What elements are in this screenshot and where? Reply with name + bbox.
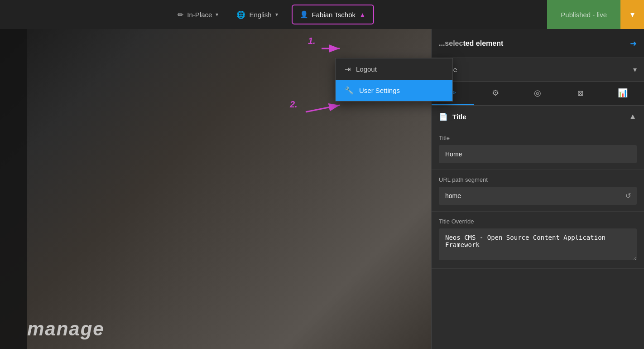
right-panel-title: ...selected element bbox=[439, 39, 503, 48]
publish-dropdown-button[interactable]: ▾ bbox=[620, 0, 644, 29]
crop-tab-icon: ⊠ bbox=[577, 89, 583, 97]
panel-title-prefix: ...selec bbox=[439, 39, 463, 47]
title-field-label: Title bbox=[439, 135, 637, 141]
title-field-group: Title bbox=[432, 128, 644, 170]
step-1-annotation: 1. bbox=[308, 36, 316, 46]
settings-tab-icon: ⚙ bbox=[492, 88, 499, 98]
user-name-label: Fabian Tschök bbox=[312, 11, 356, 19]
logout-menu-item[interactable]: ⇥ Logout bbox=[336, 58, 452, 80]
language-icon: 🌐 bbox=[236, 10, 245, 19]
user-settings-menu-item[interactable]: 🔧 User Settings bbox=[336, 80, 452, 101]
user-menu-button[interactable]: 👤 Fabian Tschök ▲ bbox=[292, 5, 374, 24]
content-area: manage 1. 2. ⇥ Logout bbox=[0, 29, 644, 349]
url-path-input[interactable] bbox=[439, 187, 637, 205]
refresh-icon[interactable]: ↺ bbox=[625, 192, 631, 200]
top-bar: ✏ In-Place ▾ 🌐 English ▾ 👤 Fabian Tschök… bbox=[0, 0, 644, 29]
language-label: English bbox=[249, 11, 271, 19]
user-dropdown-menu: ⇥ Logout 🔧 User Settings bbox=[335, 58, 453, 102]
title-override-field-group: Title Override Neos CMS - Open Source Co… bbox=[432, 212, 644, 269]
tab-target[interactable]: ◎ bbox=[517, 82, 559, 105]
language-selector-button[interactable]: 🌐 English ▾ bbox=[227, 0, 287, 29]
property-tabs: ✏ ⚙ ◎ ⊠ 📊 bbox=[432, 82, 644, 106]
section-header-left: 📄 Title bbox=[439, 112, 466, 121]
url-path-input-wrapper: ↺ bbox=[439, 187, 637, 205]
tab-crop[interactable]: ⊠ bbox=[559, 82, 601, 105]
url-path-field-group: URL path segment ↺ bbox=[432, 170, 644, 212]
user-settings-label: User Settings bbox=[359, 87, 400, 94]
step-2-annotation: 2. bbox=[290, 99, 298, 110]
title-override-input[interactable]: Neos CMS - Open Source Content Applicati… bbox=[439, 228, 637, 260]
page-selector-chevron-icon[interactable]: ▾ bbox=[633, 65, 637, 74]
logout-label: Logout bbox=[356, 65, 377, 73]
tab-chart[interactable]: 📊 bbox=[601, 82, 644, 105]
logo-text: manage bbox=[27, 318, 105, 340]
page-selector-row: Home ▾ bbox=[432, 58, 644, 82]
inplace-chevron-icon: ▾ bbox=[216, 11, 218, 18]
user-icon: 👤 bbox=[300, 10, 308, 19]
inplace-mode-button[interactable]: ✏ In-Place ▾ bbox=[168, 0, 227, 29]
tab-settings[interactable]: ⚙ bbox=[474, 82, 517, 105]
section-title-text: Title bbox=[452, 113, 466, 121]
title-override-field-label: Title Override bbox=[439, 218, 637, 225]
panel-navigate-icon[interactable]: ➜ bbox=[630, 39, 637, 48]
wrench-icon: 🔧 bbox=[345, 86, 354, 95]
dropdown-chevron-icon: ▾ bbox=[630, 10, 634, 19]
published-status-button[interactable]: Published - live bbox=[547, 0, 620, 29]
section-expand-icon[interactable]: ▲ bbox=[629, 112, 637, 121]
document-icon: 📄 bbox=[439, 112, 448, 121]
properties-section: 📄 Title ▲ Title URL path segment ↺ bbox=[432, 106, 644, 349]
panel-title-text: ted element bbox=[463, 39, 503, 47]
title-input[interactable] bbox=[439, 145, 637, 163]
target-tab-icon: ◎ bbox=[534, 88, 541, 98]
user-menu-chevron-icon: ▲ bbox=[359, 11, 366, 19]
right-panel: ...selected element ➜ Home ▾ ✏ ⚙ ◎ ⊠ 📊 bbox=[431, 29, 644, 349]
section-title-header: 📄 Title ▲ bbox=[432, 106, 644, 128]
chart-tab-icon: 📊 bbox=[618, 88, 628, 98]
url-path-field-label: URL path segment bbox=[439, 176, 637, 183]
pencil-icon: ✏ bbox=[178, 10, 183, 19]
logout-icon: ⇥ bbox=[345, 65, 351, 73]
published-label: Published - live bbox=[561, 11, 607, 19]
right-panel-header: ...selected element ➜ bbox=[432, 29, 644, 58]
left-sidebar bbox=[0, 29, 27, 349]
language-chevron-icon: ▾ bbox=[275, 11, 278, 18]
top-bar-left: ✏ In-Place ▾ 🌐 English ▾ 👤 Fabian Tschök… bbox=[0, 0, 547, 29]
inplace-label: In-Place bbox=[187, 11, 212, 19]
